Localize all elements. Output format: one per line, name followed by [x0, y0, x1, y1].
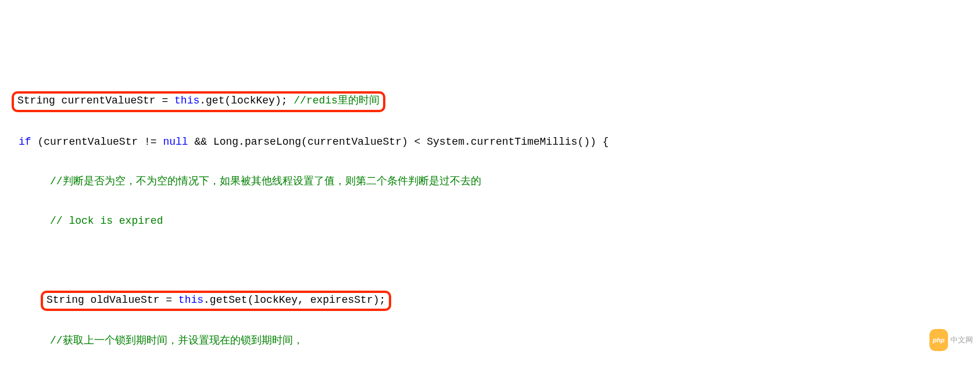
- highlight-box-1: String currentValueStr = this.get(lockKe…: [12, 91, 385, 112]
- code-line-5: String oldValueStr = this.getSet(lockKey…: [0, 290, 980, 312]
- code-line-2: if (currentValueStr != null && Long.pars…: [0, 132, 980, 152]
- watermark-text: 中文网: [950, 330, 973, 350]
- blank-line: [0, 251, 980, 270]
- code-line-6: //获取上一个锁到期时间，并设置现在的锁到期时间，: [0, 331, 980, 350]
- highlight-box-2: String oldValueStr = this.getSet(lockKey…: [41, 291, 391, 312]
- code-line-3: //判断是否为空，不为空的情况下，如果被其他线程设置了值，则第二个条件判断是过不…: [0, 171, 980, 191]
- watermark-badge: php: [929, 329, 948, 351]
- code-line-4: // lock is expired: [0, 211, 980, 231]
- code-line-1: String currentValueStr = this.get(lockKe…: [0, 91, 980, 112]
- watermark: php 中文网: [929, 329, 973, 351]
